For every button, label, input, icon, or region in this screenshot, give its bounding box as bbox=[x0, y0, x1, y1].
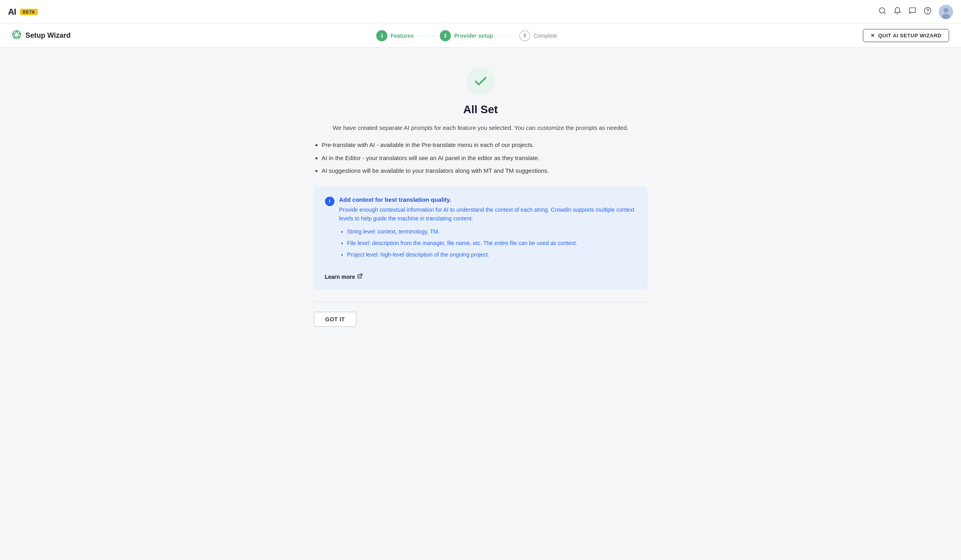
ai-logo: AI bbox=[8, 7, 16, 17]
step-1: 1 Features bbox=[376, 30, 414, 41]
got-it-label: GOT IT bbox=[325, 316, 345, 322]
info-list-item: File level: description from the manager… bbox=[347, 239, 636, 247]
quit-wizard-button[interactable]: ✕ QUIT AI SETUP WIZARD bbox=[863, 29, 949, 42]
learn-more-link[interactable]: Learn more bbox=[325, 273, 363, 280]
got-it-button[interactable]: GOT IT bbox=[314, 312, 357, 327]
step-dots-1: ········· bbox=[418, 33, 436, 38]
info-list-item: String level: context, terminology, TM. bbox=[347, 228, 636, 236]
nav-left: AI BETA bbox=[8, 7, 38, 17]
step-2-label: Provider setup bbox=[454, 33, 493, 39]
step-dots-2: ········· bbox=[497, 33, 515, 38]
info-bullet-list: String level: context, terminology, TM. … bbox=[339, 228, 636, 259]
nav-right bbox=[878, 5, 953, 19]
wizard-title-text: Setup Wizard bbox=[25, 31, 71, 40]
step-3-circle: 3 bbox=[519, 30, 530, 41]
info-box-title: Add context for best translation quality… bbox=[339, 196, 636, 203]
info-list-item: Project level: high-level description of… bbox=[347, 251, 636, 259]
success-icon-wrap bbox=[314, 68, 648, 95]
step-2: 2 Provider setup bbox=[440, 30, 493, 41]
svg-line-1 bbox=[884, 12, 886, 14]
info-icon: i bbox=[325, 197, 335, 206]
description: We have created separate AI prompts for … bbox=[314, 123, 648, 133]
top-nav: AI BETA bbox=[0, 0, 961, 24]
learn-more-label: Learn more bbox=[325, 274, 355, 280]
svg-line-9 bbox=[360, 274, 362, 276]
external-link-icon bbox=[357, 273, 363, 280]
steps: 1 Features ········· 2 Provider setup ··… bbox=[376, 30, 557, 41]
quit-button-label: QUIT AI SETUP WIZARD bbox=[878, 33, 942, 39]
step-3: 3 Complete bbox=[519, 30, 557, 41]
info-box: i Add context for best translation quali… bbox=[314, 187, 648, 290]
bell-icon[interactable] bbox=[893, 7, 901, 17]
step-1-label: Features bbox=[391, 33, 414, 39]
search-icon[interactable] bbox=[878, 7, 886, 17]
step-3-label: Complete bbox=[534, 33, 557, 39]
divider bbox=[314, 302, 648, 302]
feature-list: Pre-translate with AI - available in the… bbox=[314, 141, 648, 176]
step-2-circle: 2 bbox=[440, 30, 451, 41]
list-item: AI in the Editor - your translators will… bbox=[322, 154, 648, 163]
all-set-title: All Set bbox=[314, 103, 648, 116]
chat-icon[interactable] bbox=[909, 7, 917, 17]
main-content: All Set We have created separate AI prom… bbox=[302, 48, 659, 347]
avatar[interactable] bbox=[939, 5, 953, 19]
quit-x-icon: ✕ bbox=[870, 33, 875, 39]
info-box-text: Provide enough contextual information fo… bbox=[339, 205, 636, 223]
success-circle bbox=[467, 68, 495, 95]
beta-badge: BETA bbox=[20, 9, 38, 15]
wizard-icon bbox=[12, 30, 21, 42]
wizard-title: Setup Wizard bbox=[12, 30, 71, 42]
list-item: Pre-translate with AI - available in the… bbox=[322, 141, 648, 150]
step-1-circle: 1 bbox=[376, 30, 387, 41]
info-box-header: i Add context for best translation quali… bbox=[325, 196, 636, 263]
svg-point-5 bbox=[944, 8, 948, 13]
help-icon[interactable] bbox=[924, 7, 932, 17]
info-box-content: Add context for best translation quality… bbox=[339, 196, 636, 263]
list-item: AI suggestions will be available to your… bbox=[322, 166, 648, 176]
wizard-bar: Setup Wizard 1 Features ········· 2 Prov… bbox=[0, 24, 961, 48]
